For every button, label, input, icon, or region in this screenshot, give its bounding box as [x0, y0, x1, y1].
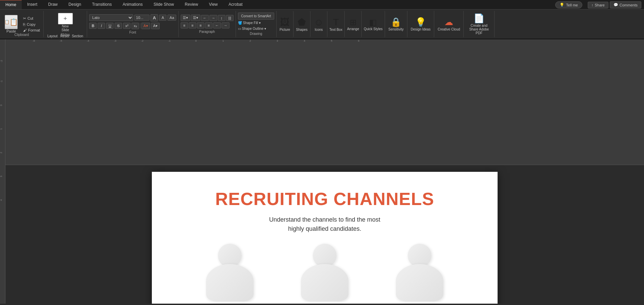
tab-insert[interactable]: Insert [22, 0, 43, 9]
arrange-button[interactable]: ⊞ Arrange [345, 11, 362, 37]
format-painter-button[interactable]: 🖌 Format [22, 28, 41, 33]
format-painter-icon: 🖌 [23, 28, 27, 32]
shape-outline-icon: ▭ [238, 27, 241, 30]
creative-cloud-icon: ☁ [444, 17, 453, 27]
slide-title[interactable]: RECRUITING CHANNELS [215, 189, 434, 209]
clear-formatting-button[interactable]: Aa [167, 15, 176, 21]
icons-button[interactable]: ☺ Icons [310, 11, 327, 37]
tab-transitions[interactable]: Transitions [86, 0, 117, 9]
numbering-button[interactable]: ☰▾ [191, 15, 200, 21]
tab-animations[interactable]: Animations [117, 0, 148, 9]
tab-draw[interactable]: Draw [43, 0, 63, 9]
tell-me-search[interactable]: 💡 Tell me [555, 1, 582, 8]
subtitle-line1: Understand the channels to find the most [269, 216, 380, 223]
slide[interactable]: RECRUITING CHANNELS Understand the chann… [152, 172, 498, 304]
quick-styles-button[interactable]: ◧ Quick Styles [362, 11, 385, 37]
superscript-button[interactable]: x² [123, 23, 130, 29]
tell-me-label: Tell me [566, 3, 578, 7]
font-size-input[interactable] [134, 15, 149, 21]
bullets-button[interactable]: ☰▾ [181, 15, 190, 21]
icons-label: Icons [315, 28, 323, 32]
shape-fill-arrow: ▾ [259, 21, 261, 25]
format-painter-label: Format [28, 28, 40, 32]
bold-button[interactable]: B [89, 23, 97, 29]
slides-group-label: Slides [61, 33, 70, 37]
underline-button[interactable]: U [106, 23, 114, 29]
share-button[interactable]: ↑ Share [588, 2, 608, 8]
picture-button[interactable]: 🖼 Picture [277, 11, 294, 37]
line-spacing-button[interactable]: ↕ [218, 15, 225, 21]
arrange-icon: ⊞ [350, 18, 357, 27]
clipboard-group-label: Clipboard [15, 33, 29, 37]
align-left-button[interactable]: ≡ [181, 22, 188, 28]
sensitivity-label: Sensitivity [388, 27, 404, 31]
font-color-button[interactable]: A▾ [141, 23, 150, 29]
paste-button[interactable]: 📋 Paste [2, 14, 20, 35]
cut-button[interactable]: ✂ Cut [22, 16, 41, 21]
decrease-font-size-button[interactable]: A [159, 15, 166, 21]
copy-label: Copy [27, 22, 36, 26]
increase-font-size-button[interactable]: A [150, 14, 158, 21]
comments-button[interactable]: 💬 Comments [610, 1, 641, 8]
shape-outline-label: Shape Outline [242, 27, 263, 30]
font-family-select[interactable]: Lato [89, 14, 133, 21]
picture-icon: 🖼 [280, 17, 289, 28]
create-share-pdf-label: Create and Share Adobe PDF [467, 24, 491, 35]
creative-cloud-button[interactable]: ☁ Creative Cloud [434, 11, 464, 37]
tab-review[interactable]: Review [179, 0, 203, 9]
increase-indent-button[interactable]: → [209, 15, 217, 21]
text-box-button[interactable]: T Text Box [327, 11, 345, 37]
tab-slideshow[interactable]: Slide Show [148, 0, 179, 9]
tab-design[interactable]: Design [63, 0, 86, 9]
cards-container: REFERRALS Relying only on referrals can … [152, 244, 498, 304]
tab-acrobat[interactable]: Acrobat [223, 0, 248, 9]
paragraph-group-label: Paragraph [181, 30, 234, 34]
tab-home[interactable]: Home [0, 0, 22, 9]
new-slide-icon: + [58, 13, 73, 24]
new-slide-button[interactable]: + NewSlide [57, 12, 74, 33]
create-share-pdf-button[interactable]: 📄 Create and Share Adobe PDF [464, 11, 495, 37]
subscript-button[interactable]: x₂ [132, 23, 139, 29]
shape-fill-icon: 🪣 [238, 21, 242, 25]
cut-label: Cut [27, 16, 33, 20]
picture-label: Picture [280, 28, 290, 32]
slide-subtitle[interactable]: Understand the channels to find the most… [269, 215, 380, 233]
share-icon: ↑ [591, 3, 593, 7]
decrease-indent-button[interactable]: ← [201, 15, 209, 21]
copy-button[interactable]: ⎘ Copy [22, 22, 41, 27]
align-right-button[interactable]: ≡ [197, 22, 204, 28]
shapes-button[interactable]: ⬟ Shapes [294, 11, 310, 37]
adobe-icon: 📄 [474, 13, 484, 24]
comment-icon: 💬 [613, 3, 618, 7]
layout-button[interactable]: Layout [46, 34, 59, 38]
align-center-button[interactable]: ≡ [189, 22, 196, 28]
italic-button[interactable]: I [98, 23, 105, 29]
horizontal-ruler: -6 -5 -4 -3 -2 -1 0 1 2 3 4 5 6 [5, 39, 644, 165]
ltr-button[interactable]: → [222, 22, 229, 28]
strikethrough-button[interactable]: S [115, 23, 122, 29]
section-button[interactable]: Section [71, 34, 84, 38]
shape-fill-button[interactable]: 🪣 Shape Fill ▾ [238, 20, 274, 25]
cut-icon: ✂ [23, 16, 26, 21]
design-ideas-button[interactable]: 💡 Design Ideas [407, 11, 434, 37]
shape-outline-button[interactable]: ▭ Shape Outline ▾ [238, 26, 274, 31]
tab-view[interactable]: View [203, 0, 223, 9]
columns-button[interactable]: ||| [226, 15, 234, 21]
highlight-button[interactable]: A▾ [151, 23, 160, 29]
referrals-card[interactable]: REFERRALS Relying only on referrals can … [193, 244, 267, 304]
convert-smartart-button[interactable]: Convert to SmartArt [238, 13, 274, 20]
vertical-ruler: -2 -1 0 1 2 3 4 [0, 39, 5, 304]
job-boards-card[interactable]: JOB BOARDS Write highly specific notices… [287, 244, 362, 304]
rtl-button[interactable]: ← [213, 22, 221, 28]
shape-fill-label: Shape Fill [243, 21, 258, 25]
comments-label: Comments [620, 3, 638, 7]
shapes-icon: ⬟ [298, 17, 306, 28]
sensitivity-button[interactable]: 🔒 Sensitivity [385, 11, 407, 37]
lightbulb-icon: 💡 [560, 3, 564, 7]
justify-button[interactable]: ≡ [205, 22, 213, 28]
passive-candidates-card[interactable]: PASSIVE CANDIDATES Use this tactic spari… [382, 244, 457, 304]
text-box-icon: T [333, 17, 339, 28]
referrals-body [206, 264, 254, 301]
font-group-label: Font [89, 30, 176, 34]
text-box-label: Text Box [329, 28, 342, 32]
